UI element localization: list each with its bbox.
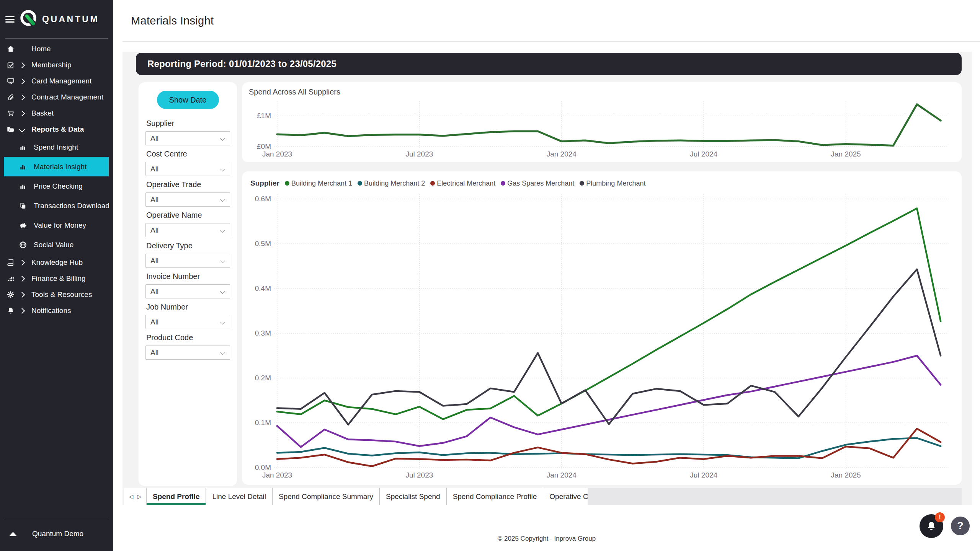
account-switcher[interactable]: Quantum Demo	[0, 518, 113, 551]
legend-item-building-merchant-1[interactable]: Building Merchant 1	[285, 179, 352, 187]
basket-icon	[6, 109, 15, 118]
bell-icon	[6, 306, 15, 315]
filter-group-job-number: Job NumberAll	[145, 303, 230, 329]
total-spend-chart: £1M£0MJan 2023Jul 2023Jan 2024Jul 2024Ja…	[242, 94, 962, 162]
sidebar-item-social-value[interactable]: Social Value	[0, 235, 113, 254]
sidebar-item-membership[interactable]: Membership	[0, 57, 113, 73]
legend-item-building-merchant-2[interactable]: Building Merchant 2	[358, 179, 425, 187]
sidebar-item-transactions-download[interactable]: Transactions Download	[0, 196, 113, 215]
chevron-right-icon	[20, 309, 30, 313]
account-label: Quantum Demo	[32, 530, 83, 538]
sidebar-item-basket[interactable]: Basket	[0, 105, 113, 121]
sidebar-item-materials-insight[interactable]: Materials Insight	[4, 157, 109, 176]
chevron-down-icon	[220, 289, 225, 294]
sidebar-item-notifications[interactable]: Notifications	[0, 303, 113, 319]
supplier-legend: Supplier Building Merchant 1Building Mer…	[250, 179, 645, 187]
tabs-scroll-right-icon[interactable]: ▷	[137, 494, 142, 499]
filter-selected-value: All	[150, 318, 158, 326]
svg-text:Jan 2024: Jan 2024	[547, 471, 577, 479]
filter-label: Delivery Type	[146, 241, 230, 250]
filter-group-cost-centre: Cost CentreAll	[145, 150, 230, 176]
svg-text:Jan 2024: Jan 2024	[547, 150, 577, 158]
chevron-right-icon	[20, 63, 30, 67]
sidebar-item-label: Social Value	[34, 241, 74, 249]
charts-column: Spend Across All Suppliers £1M£0MJan 202…	[242, 82, 962, 485]
sidebar-item-reports-data[interactable]: Reports & Data	[0, 121, 113, 137]
tab-operative-complian[interactable]: Operative Complian	[543, 488, 588, 505]
chevron-down-icon	[220, 197, 225, 202]
legend-item-plumbing-merchant[interactable]: Plumbing Merchant	[580, 179, 645, 187]
tab-spend-compliance-profile[interactable]: Spend Compliance Profile	[447, 488, 544, 505]
filter-selected-value: All	[150, 287, 158, 296]
globe-icon	[18, 240, 28, 249]
tabstrip-filler	[588, 488, 962, 505]
sidebar-item-label: Knowledge Hub	[31, 258, 83, 267]
chevron-down-icon	[220, 350, 225, 355]
sidebar-item-contract-management[interactable]: Contract Management	[0, 89, 113, 105]
legend-dot-icon	[285, 181, 289, 186]
filter-cost-centre-select[interactable]: All	[145, 162, 230, 176]
chevron-down-icon	[220, 258, 225, 263]
filter-operative-name-select[interactable]: All	[145, 223, 230, 237]
filter-label: Product Code	[146, 333, 230, 342]
filter-label: Cost Centre	[146, 150, 230, 158]
legend-title: Supplier	[250, 179, 279, 187]
filter-delivery-type-select[interactable]: All	[145, 254, 230, 268]
sidebar-item-label: Spend Insight	[34, 143, 78, 152]
tab-spend-compliance-summary[interactable]: Spend Compliance Summary	[273, 488, 380, 505]
help-button[interactable]: ?	[951, 517, 970, 535]
sidebar-item-tools-resources[interactable]: Tools & Resources	[0, 287, 113, 303]
filter-selected-value: All	[150, 134, 158, 143]
filter-operative-trade-select[interactable]: All	[145, 192, 230, 207]
svg-text:Jul 2024: Jul 2024	[690, 150, 717, 158]
filter-group-operative-trade: Operative TradeAll	[145, 180, 230, 207]
sidebar-header: QUANTUM	[0, 0, 113, 38]
total-spend-chart-card: Spend Across All Suppliers £1M£0MJan 202…	[242, 82, 962, 162]
reports-data-icon	[6, 125, 15, 134]
sidebar-item-label: Basket	[31, 109, 54, 117]
tab-spend-profile[interactable]: Spend Profile	[147, 488, 206, 505]
filter-invoice-number-select[interactable]: All	[145, 284, 230, 298]
legend-item-electrical-merchant[interactable]: Electrical Merchant	[430, 179, 495, 187]
supplier-spend-chart-card: Supplier Building Merchant 1Building Mer…	[242, 171, 962, 485]
chevron-right-icon	[20, 293, 30, 297]
filter-selected-value: All	[150, 349, 158, 357]
svg-text:Jul 2023: Jul 2023	[405, 471, 433, 479]
filter-product-code-select[interactable]: All	[145, 346, 230, 360]
tab-specialist-spend[interactable]: Specialist Spend	[380, 488, 447, 505]
card-management-icon	[6, 77, 15, 86]
sidebar-item-finance-billing[interactable]: Finance & Billing	[0, 271, 113, 287]
sidebar-item-spend-insight[interactable]: Spend Insight	[0, 137, 113, 157]
show-date-button[interactable]: Show Date	[157, 91, 219, 109]
svg-text:Jul 2024: Jul 2024	[690, 471, 717, 479]
sidebar-item-knowledge-hub[interactable]: Knowledge Hub	[0, 254, 113, 271]
sidebar-item-card-management[interactable]: Card Management	[0, 73, 113, 89]
filter-selected-value: All	[150, 165, 158, 173]
sidebar-item-label: Materials Insight	[34, 163, 87, 171]
report-panel: Reporting Period: 01/01/2023 to 23/05/20…	[122, 52, 972, 505]
sidebar-item-value-for-money[interactable]: Value for Money	[0, 215, 113, 235]
report-tabs: Spend ProfileLine Level DetailSpend Comp…	[147, 488, 588, 505]
sidebar-item-label: Reports & Data	[31, 125, 84, 134]
sidebar-item-label: Contract Management	[31, 93, 103, 101]
svg-text:0.4M: 0.4M	[255, 284, 271, 292]
filter-supplier-select[interactable]: All	[145, 131, 230, 145]
svg-text:0.5M: 0.5M	[255, 240, 271, 248]
sidebar-item-home[interactable]: Home	[0, 41, 113, 57]
legend-item-gas-spares-merchant[interactable]: Gas Spares Merchant	[501, 179, 574, 187]
svg-text:Jan 2025: Jan 2025	[831, 150, 861, 158]
tabs-scroll-left-icon[interactable]: ◁	[129, 494, 133, 499]
sidebar-item-price-checking[interactable]: Price Checking	[0, 176, 113, 196]
contract-management-icon	[6, 93, 15, 102]
tab-line-level-detail[interactable]: Line Level Detail	[206, 488, 272, 505]
report-tabstrip: ◁ ▷ Spend ProfileLine Level DetailSpend …	[124, 488, 962, 505]
filter-group-operative-name: Operative NameAll	[145, 211, 230, 237]
notifications-button[interactable]: !	[920, 514, 943, 538]
filter-job-number-select[interactable]: All	[145, 315, 230, 329]
bar-chart-icon	[18, 162, 28, 171]
home-icon	[6, 44, 15, 54]
chevron-right-icon	[20, 79, 30, 83]
sidebar-item-label: Tools & Resources	[31, 290, 92, 299]
chevron-right-icon	[20, 111, 30, 116]
hamburger-menu-icon[interactable]	[5, 16, 15, 23]
